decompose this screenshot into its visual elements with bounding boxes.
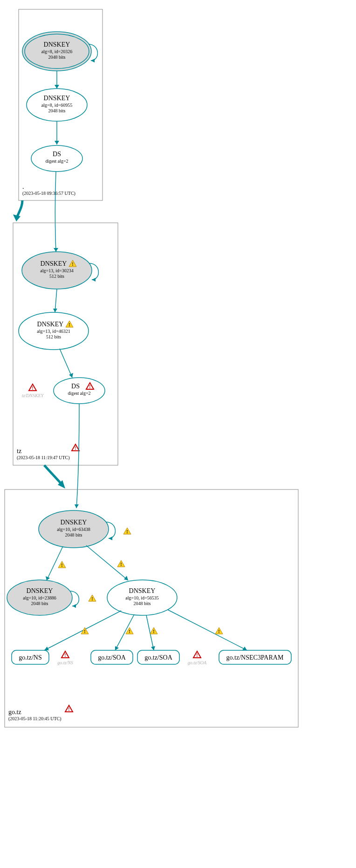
svg-marker-50: [109, 537, 112, 540]
node-gotz-zsk: DNSKEY alg=10, id=56535 2048 bits: [107, 580, 177, 615]
edge-tz-zsk-ds: [60, 349, 72, 378]
svg-marker-6: [91, 59, 95, 62]
error-icon: !: [65, 705, 73, 712]
zone-tz-timestamp: (2023-05-18 11:19:47 UTC): [17, 455, 70, 461]
svg-text:!: !: [32, 386, 33, 391]
svg-marker-25: [53, 309, 57, 312]
svg-text:DNSKEY: DNSKEY: [44, 41, 70, 48]
svg-text:digest alg=2: digest alg=2: [68, 391, 90, 396]
svg-marker-16: [13, 214, 21, 221]
svg-text:alg=8, id=60955: alg=8, id=60955: [41, 103, 72, 108]
node-gotz-k2: DNSKEY alg=10, id=23886 2048 bits: [7, 580, 72, 615]
warning-icon: !: [123, 528, 131, 534]
svg-text:!: !: [153, 629, 154, 634]
svg-marker-7: [55, 85, 59, 89]
svg-text:!: !: [120, 562, 122, 567]
svg-text:2048 bits: 2048 bits: [31, 601, 48, 606]
svg-text:DS: DS: [53, 151, 61, 158]
svg-marker-56: [124, 576, 128, 580]
ghost-tz-dnskey: !: [29, 384, 36, 391]
svg-text:DNSKEY: DNSKEY: [41, 260, 67, 267]
error-icon: !: [193, 651, 201, 658]
svg-text:alg=8, id=20326: alg=8, id=20326: [41, 49, 72, 54]
svg-text:DNSKEY: DNSKEY: [44, 95, 70, 102]
zone-gotz-timestamp: (2023-05-18 11:20:45 UTC): [8, 716, 62, 722]
warning-icon: !: [58, 561, 66, 568]
rr-ns-label: go.tz/NS: [19, 654, 41, 661]
edge-gotz-ksk-k2: [47, 546, 63, 580]
svg-text:DNSKEY: DNSKEY: [27, 587, 53, 594]
svg-marker-24: [92, 278, 96, 282]
svg-text:!: !: [84, 629, 85, 634]
rr-soa2-label: go.tz/SOA: [144, 654, 172, 661]
node-root-zsk: DNSKEY alg=8, id=60955 2048 bits: [27, 89, 87, 121]
ghost-gotz-ns: go.tz/NS: [57, 660, 73, 665]
svg-text:!: !: [61, 563, 62, 568]
node-gotz-ksk: DNSKEY alg=10, id=63438 2048 bits: [39, 510, 109, 548]
svg-marker-17: [54, 248, 58, 252]
zone-gotz-label: go.tz: [8, 709, 21, 716]
svg-text:alg=10, id=23886: alg=10, id=23886: [23, 595, 56, 600]
svg-text:!: !: [72, 262, 73, 267]
svg-text:512 bits: 512 bits: [49, 274, 64, 279]
svg-marker-32: [69, 373, 73, 378]
svg-text:!: !: [68, 707, 69, 712]
svg-text:!: !: [68, 322, 70, 327]
node-root-ksk: DNSKEY alg=8, id=20326 2048 bits: [22, 32, 91, 71]
node-tz-ksk: DNSKEY alg=13, id=30234 512 bits !: [22, 252, 92, 289]
edge-tz-ds-gotz-ksk: [76, 404, 79, 508]
svg-text:!: !: [129, 629, 130, 634]
svg-text:!: !: [126, 529, 128, 534]
svg-text:DNSKEY: DNSKEY: [37, 321, 64, 328]
warning-icon: !: [89, 595, 96, 601]
warning-icon: !: [150, 627, 157, 634]
warning-icon: !: [215, 627, 223, 634]
svg-text:!: !: [75, 446, 76, 451]
zone-tz-label: tz: [17, 448, 21, 455]
svg-text:2048 bits: 2048 bits: [48, 108, 66, 113]
svg-text:!: !: [196, 653, 198, 658]
svg-text:2048 bits: 2048 bits: [134, 601, 151, 606]
svg-text:alg=10, id=56535: alg=10, id=56535: [125, 595, 158, 600]
svg-text:512 bits: 512 bits: [46, 334, 61, 339]
svg-text:DNSKEY: DNSKEY: [61, 519, 87, 526]
zone-root-timestamp: (2023-05-18 09:36:57 UTC): [22, 191, 75, 196]
svg-text:alg=10, id=63438: alg=10, id=63438: [57, 527, 90, 532]
ghost-gotz-soa: go.tz/SOA: [188, 660, 207, 665]
ghost-tz-dnskey-label: tz/DNSKEY: [22, 393, 44, 398]
svg-text:alg=13, id=30234: alg=13, id=30234: [40, 268, 73, 273]
node-root-ds: DS digest alg=2: [31, 145, 82, 172]
svg-text:!: !: [64, 653, 66, 658]
svg-text:2048 bits: 2048 bits: [65, 532, 82, 537]
node-tz-ds: DS digest alg=2 !: [54, 378, 105, 404]
error-icon: !: [72, 444, 79, 451]
svg-text:!: !: [89, 384, 90, 389]
svg-text:2048 bits: 2048 bits: [48, 55, 66, 60]
dnssec-graph: . (2023-05-18 09:36:57 UTC) DNSKEY alg=8…: [0, 0, 356, 868]
svg-text:digest alg=2: digest alg=2: [45, 158, 68, 164]
svg-text:DNSKEY: DNSKEY: [129, 587, 156, 594]
edge-gotz-zsk-nsec3: [168, 610, 247, 650]
svg-marker-53: [46, 576, 50, 580]
svg-text:!: !: [91, 596, 93, 601]
svg-text:alg=13, id=46321: alg=13, id=46321: [37, 329, 70, 334]
svg-text:!: !: [218, 629, 219, 634]
warning-icon: !: [117, 560, 125, 567]
rr-nsec3-label: go.tz/NSEC3PARAM: [226, 654, 284, 661]
svg-marker-43: [75, 504, 79, 508]
svg-text:DS: DS: [71, 383, 80, 390]
svg-marker-76: [151, 646, 155, 650]
error-icon: !: [62, 651, 69, 658]
svg-marker-12: [55, 141, 59, 145]
rr-soa1-label: go.tz/SOA: [98, 654, 126, 661]
node-tz-zsk: DNSKEY alg=13, id=46321 512 bits !: [19, 312, 89, 350]
edge-gotz-zsk-ns: [44, 611, 121, 650]
edge-root-ds-tz-ksk: [55, 172, 56, 252]
svg-marker-63: [72, 604, 76, 608]
zone-root-label: .: [22, 183, 24, 190]
